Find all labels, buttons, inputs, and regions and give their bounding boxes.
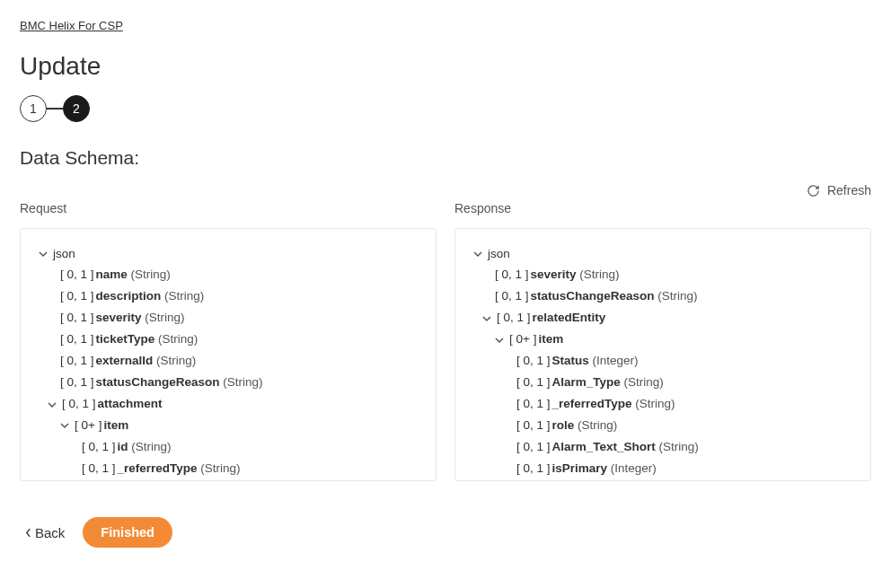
chevron-down-icon[interactable] (493, 334, 506, 347)
back-button[interactable]: Back (25, 525, 65, 540)
back-label: Back (35, 525, 65, 540)
tree-node: [ 0, 1 ] severity (String) (468, 265, 858, 286)
tree-node: [ 0, 1 ] description (String) (33, 286, 423, 308)
tree-node: [ 0, 1 ] statusChangeReason (String) (468, 286, 858, 308)
page-title: Update (20, 52, 871, 81)
chevron-down-icon[interactable] (37, 248, 49, 260)
field-name: role (552, 416, 575, 436)
field-name: severity (96, 308, 142, 329)
field-type: (String) (131, 437, 171, 458)
tree-node: [ 0, 1 ] name (String) (468, 479, 858, 481)
response-schema-box: json [ 0, 1 ] severity (String) [ 0, 1 ]… (454, 228, 871, 481)
field-name: id (118, 437, 128, 458)
field-name: ticketType (96, 329, 155, 350)
cardinality: [ 0, 1 ] (516, 373, 551, 393)
field-name: description (118, 480, 183, 481)
refresh-button[interactable]: Refresh (807, 183, 871, 197)
tree-node-relatedentity[interactable]: [ 0, 1 ] relatedEntity (468, 308, 858, 329)
cardinality: [ 0, 1 ] (60, 351, 94, 372)
tree-node-item[interactable]: [ 0+ ] item (33, 416, 423, 437)
field-type: (String) (578, 416, 617, 436)
field-type: (String) (579, 265, 619, 285)
tree-node: [ 0, 1 ] isPrimary (Integer) (468, 458, 858, 479)
chevron-down-icon[interactable] (481, 312, 493, 325)
field-name: relatedEntity (533, 308, 606, 329)
tree-node: [ 0, 1 ] _referredType (String) (33, 458, 423, 479)
tree-node: [ 0, 1 ] name (String) (33, 265, 423, 286)
cardinality: [ 0, 1 ] (497, 308, 531, 329)
stepper: 1 2 (20, 95, 871, 122)
cardinality: [ 0, 1 ] (495, 286, 529, 307)
cardinality: [ 0, 1 ] (60, 308, 94, 329)
chevron-down-icon[interactable] (58, 419, 71, 432)
cardinality: [ 0+ ] (75, 416, 101, 436)
tree-node: [ 0, 1 ] Status (Integer) (468, 351, 858, 373)
field-type: (String) (223, 373, 262, 393)
cardinality: [ 0, 1 ] (516, 394, 551, 415)
cardinality: [ 0, 1 ] (60, 265, 94, 285)
field-type: (String) (156, 351, 196, 372)
field-name: statusChangeReason (96, 373, 220, 393)
tree-node: [ 0, 1 ] _referredType (String) (468, 394, 858, 416)
tree-node-item[interactable]: [ 0+ ] item (468, 329, 858, 351)
chevron-down-icon[interactable] (472, 248, 484, 260)
field-type: (String) (657, 286, 697, 307)
field-type: (Integer) (593, 351, 639, 372)
field-type: (String) (587, 480, 627, 481)
field-type: (String) (200, 459, 240, 479)
node-label: json (53, 244, 75, 265)
field-type: (Integer) (611, 459, 657, 479)
response-label: Response (454, 201, 871, 215)
cardinality: [ 0, 1 ] (516, 351, 551, 372)
tree-node: [ 0, 1 ] ticketType (String) (33, 329, 423, 351)
cardinality: [ 0, 1 ] (516, 416, 551, 436)
field-name: description (96, 286, 162, 307)
step-1[interactable]: 1 (20, 95, 47, 122)
tree-node: [ 0, 1 ] Alarm_Type (String) (468, 373, 858, 394)
request-label: Request (20, 201, 437, 215)
step-connector (47, 108, 63, 110)
finished-button[interactable]: Finished (83, 517, 172, 548)
field-name: name (96, 265, 128, 285)
field-name: name (552, 480, 584, 481)
request-schema-box: json [ 0, 1 ] name (String) [ 0, 1 ] des… (20, 228, 437, 481)
field-name: Alarm_Text_Short (552, 437, 656, 458)
tree-node-attachment[interactable]: [ 0, 1 ] attachment (33, 394, 423, 416)
cardinality: [ 0, 1 ] (82, 459, 116, 479)
step-2[interactable]: 2 (63, 95, 90, 122)
tree-node-json[interactable]: json (33, 243, 423, 265)
cardinality: [ 0, 1 ] (82, 480, 116, 481)
breadcrumb[interactable]: BMC Helix For CSP (20, 19, 123, 32)
field-type: (String) (624, 373, 664, 393)
field-name: item (538, 329, 563, 350)
field-name: attachment (98, 394, 163, 415)
refresh-label: Refresh (827, 183, 871, 197)
tree-node-json[interactable]: json (468, 243, 858, 265)
section-title: Data Schema: (20, 147, 871, 169)
node-label: json (488, 244, 510, 265)
tree-node: [ 0, 1 ] externalId (String) (33, 351, 423, 373)
field-name: severity (531, 265, 577, 285)
cardinality: [ 0, 1 ] (60, 286, 94, 307)
field-type: (String) (164, 286, 204, 307)
chevron-left-icon (25, 525, 31, 540)
refresh-icon (807, 184, 820, 197)
cardinality: [ 0, 1 ] (516, 480, 551, 481)
cardinality: [ 0, 1 ] (516, 459, 551, 479)
field-name: _referredType (552, 394, 632, 415)
field-type: (String) (659, 437, 699, 458)
cardinality: [ 0, 1 ] (495, 265, 529, 285)
field-type: (String) (186, 480, 225, 481)
tree-node: [ 0, 1 ] description (String) (33, 479, 423, 481)
field-name: externalId (96, 351, 154, 372)
field-type: (String) (145, 308, 184, 329)
chevron-down-icon[interactable] (46, 399, 58, 411)
cardinality: [ 0+ ] (509, 329, 536, 350)
cardinality: [ 0, 1 ] (516, 437, 551, 458)
tree-node: [ 0, 1 ] id (String) (33, 436, 423, 458)
field-type: (String) (131, 265, 171, 285)
field-name: statusChangeReason (531, 286, 655, 307)
field-type: (String) (635, 394, 675, 415)
cardinality: [ 0, 1 ] (82, 437, 116, 458)
cardinality: [ 0, 1 ] (60, 329, 94, 350)
